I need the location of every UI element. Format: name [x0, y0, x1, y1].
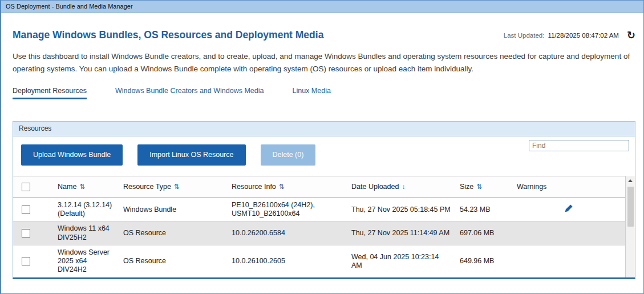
column-label: Date Uploaded	[351, 183, 399, 191]
table-row: Windows Server 2025 x64 DIV24H2 OS Resou…	[13, 245, 625, 277]
column-header-resource-info[interactable]: Resource Info⇅	[227, 176, 347, 198]
row-select-cell	[13, 198, 53, 221]
table-row: Windows 11 x64 DIV25H2 OS Resource 10.0.…	[13, 221, 625, 245]
select-all-checkbox[interactable]	[22, 183, 30, 191]
last-updated: Last Updated: 11/28/2025 08:47:02 AM ↻	[504, 30, 635, 41]
tab-bar: Deployment Resources Windows Bundle Crea…	[13, 87, 635, 99]
edit-icon[interactable]	[564, 204, 573, 215]
cell-date-uploaded: Thu, 27 Nov 2025 11:14:49 AM	[347, 221, 455, 245]
cell-resource-info: 10.0.26200.6584	[227, 221, 347, 245]
cell-warnings	[512, 221, 625, 245]
app-window: OS Deployment - Bundle and Media Manager…	[0, 0, 644, 294]
cell-resource-type: OS Resource	[119, 245, 227, 277]
cell-name: 3.12.14 (3.12.14) (Default)	[53, 198, 119, 221]
upload-windows-bundle-button[interactable]: Upload Windows Bundle	[21, 144, 123, 166]
tab-deployment-resources[interactable]: Deployment Resources	[13, 87, 87, 99]
delete-button[interactable]: Delete (0)	[261, 144, 316, 166]
resources-panel: Resources Upload Windows Bundle Import L…	[13, 121, 635, 279]
cell-warnings	[512, 245, 625, 277]
resources-panel-title: Resources	[13, 122, 635, 136]
last-updated-label: Last Updated:	[504, 32, 545, 39]
sort-icon: ⇅	[476, 183, 482, 191]
resources-table: Name⇅ Resource Type⇅ Resource Info⇅ Date…	[13, 176, 625, 277]
sort-icon: ⇅	[279, 183, 285, 191]
main-content: Manage Windows Bundles, OS Resources and…	[1, 29, 643, 279]
row-select-cell	[13, 221, 53, 245]
page-description: Use this dashboard to install Windows Bu…	[13, 50, 635, 75]
column-label: Resource Info	[232, 183, 276, 191]
cell-size: 54.23 MB	[455, 198, 512, 221]
column-header-resource-type[interactable]: Resource Type⇅	[119, 176, 227, 198]
cell-resource-info: 10.0.26100.2605	[227, 245, 347, 277]
window-title: OS Deployment - Bundle and Media Manager	[6, 3, 133, 10]
find-input[interactable]	[529, 140, 629, 151]
column-header-size[interactable]: Size⇅	[455, 176, 512, 198]
cell-date-uploaded: Wed, 04 Jun 2025 10:23:14 AM	[347, 245, 455, 277]
cell-size: 649.96 MB	[455, 245, 512, 277]
tab-windows-bundle-creators-and-windows-media[interactable]: Windows Bundle Creators and Windows Medi…	[115, 87, 264, 99]
tab-linux-media[interactable]: Linux Media	[292, 87, 330, 99]
sort-icon: ⇅	[79, 183, 85, 191]
select-all-cell	[13, 176, 53, 198]
sort-icon: ⇅	[174, 183, 180, 191]
row-select-cell	[13, 245, 53, 277]
window-titlebar: OS Deployment - Bundle and Media Manager	[1, 1, 643, 13]
cell-warnings	[512, 198, 625, 221]
scrollbar-thumb[interactable]	[627, 187, 634, 227]
column-label: Name	[58, 183, 76, 191]
resources-table-wrap: Name⇅ Resource Type⇅ Resource Info⇅ Date…	[13, 176, 635, 277]
refresh-icon[interactable]: ↻	[627, 30, 635, 41]
column-label: Size	[460, 183, 473, 191]
column-label: Resource Type	[123, 183, 171, 191]
sort-descending-icon: ↓	[402, 183, 405, 191]
cell-resource-type: OS Resource	[119, 221, 227, 245]
cell-date-uploaded: Thu, 27 Nov 2025 05:18:45 PM	[347, 198, 455, 221]
import-linux-os-resource-button[interactable]: Import Linux OS Resource	[137, 144, 245, 166]
scroll-up-button[interactable]	[626, 176, 635, 186]
cell-name: Windows Server 2025 x64 DIV24H2	[53, 245, 119, 277]
resources-toolbar: Upload Windows Bundle Import Linux OS Re…	[13, 136, 635, 176]
cell-name: Windows 11 x64 DIV25H2	[53, 221, 119, 245]
column-header-warnings: Warnings	[512, 176, 625, 198]
row-checkbox[interactable]	[22, 257, 30, 265]
column-label: Warnings	[517, 183, 546, 191]
row-checkbox[interactable]	[22, 229, 30, 237]
cell-resource-type: Windows Bundle	[119, 198, 227, 221]
cell-resource-info: PE10_B26100x64 (24H2), USMT10_B26100x64	[227, 198, 347, 221]
last-updated-value: 11/28/2025 08:47:02 AM	[548, 32, 618, 39]
column-header-date-uploaded[interactable]: Date Uploaded↓	[347, 176, 455, 198]
table-row: 3.12.14 (3.12.14) (Default) Windows Bund…	[13, 198, 625, 221]
page-title: Manage Windows Bundles, OS Resources and…	[13, 29, 323, 41]
cell-size: 697.06 MB	[455, 221, 512, 245]
table-header-row: Name⇅ Resource Type⇅ Resource Info⇅ Date…	[13, 176, 625, 198]
page-header: Manage Windows Bundles, OS Resources and…	[13, 29, 635, 41]
column-header-name[interactable]: Name⇅	[53, 176, 119, 198]
row-checkbox[interactable]	[22, 206, 30, 214]
table-scrollbar[interactable]	[625, 176, 635, 277]
